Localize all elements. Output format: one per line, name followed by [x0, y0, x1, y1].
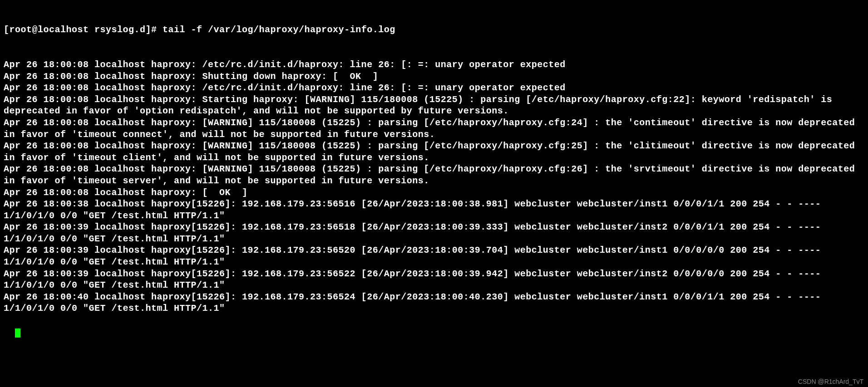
log-line: Apr 26 18:00:08 localhost haproxy: [WARN… — [4, 163, 864, 186]
log-line: Apr 26 18:00:08 localhost haproxy: Shutt… — [4, 71, 864, 83]
shell-command: tail -f /var/log/haproxy/haproxy-info.lo… — [163, 24, 395, 35]
terminal-output[interactable]: [root@localhost rsyslog.d]# tail -f /var… — [4, 1, 864, 338]
log-line: Apr 26 18:00:08 localhost haproxy: Start… — [4, 94, 864, 117]
watermark-text: CSDN @R1chArd_TvT — [798, 378, 863, 386]
log-lines-container: Apr 26 18:00:08 localhost haproxy: /etc/… — [4, 59, 864, 314]
log-line: Apr 26 18:00:08 localhost haproxy: /etc/… — [4, 59, 864, 71]
log-line: Apr 26 18:00:38 localhost haproxy[15226]… — [4, 198, 864, 221]
log-line: Apr 26 18:00:08 localhost haproxy: [ OK … — [4, 187, 864, 199]
shell-prompt: [root@localhost rsyslog.d]# — [4, 24, 163, 35]
log-line: Apr 26 18:00:39 localhost haproxy[15226]… — [4, 245, 864, 268]
log-line: Apr 26 18:00:08 localhost haproxy: /etc/… — [4, 82, 864, 94]
log-line: Apr 26 18:00:39 localhost haproxy[15226]… — [4, 221, 864, 245]
command-line: [root@localhost rsyslog.d]# tail -f /var… — [4, 24, 864, 36]
log-line: Apr 26 18:00:08 localhost haproxy: [WARN… — [4, 117, 864, 140]
terminal-cursor — [15, 328, 20, 338]
log-line: Apr 26 18:00:39 localhost haproxy[15226]… — [4, 268, 864, 291]
log-line: Apr 26 18:00:40 localhost haproxy[15226]… — [4, 291, 864, 314]
log-line: Apr 26 18:00:08 localhost haproxy: [WARN… — [4, 140, 864, 163]
